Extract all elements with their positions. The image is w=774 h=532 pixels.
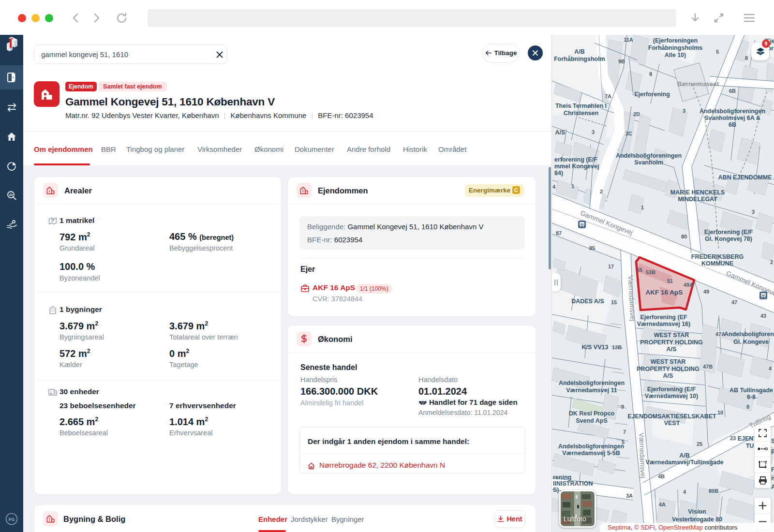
svg-text:K/S VV13: K/S VV13 bbox=[582, 344, 609, 351]
svg-text:3: 3 bbox=[592, 129, 595, 135]
svg-text:85: 85 bbox=[589, 245, 595, 251]
svg-text:3A: 3A bbox=[626, 493, 633, 499]
svg-text:DADES A/S: DADES A/S bbox=[571, 298, 604, 305]
svg-text:55: 55 bbox=[637, 267, 642, 273]
svg-text:pS: pS bbox=[771, 447, 774, 454]
svg-text:Forhåbningsholms: Forhåbningsholms bbox=[648, 44, 703, 51]
svg-text:Værnedamsvej 11: Værnedamsvej 11 bbox=[566, 387, 617, 394]
svg-text:11A: 11A bbox=[624, 37, 633, 43]
svg-text:8: 8 bbox=[649, 71, 652, 77]
svg-text:SG: SG bbox=[771, 438, 774, 444]
svg-text:49A: 49A bbox=[684, 282, 693, 288]
svg-text:15: 15 bbox=[611, 299, 617, 305]
svg-text:WEST STAR: WEST STAR bbox=[651, 358, 686, 365]
svg-text:6B: 6B bbox=[729, 121, 736, 128]
svg-text:3: 3 bbox=[752, 209, 755, 215]
svg-text:1: 1 bbox=[641, 205, 644, 210]
svg-text:(Ejerforeningen: (Ejerforeningen bbox=[653, 37, 698, 44]
svg-text:80: 80 bbox=[681, 234, 687, 239]
svg-text:A/: A/ bbox=[771, 484, 774, 490]
svg-text:Svanholmsvej 6A &: Svanholmsvej 6A & bbox=[704, 115, 760, 121]
svg-text:6-8: 6-8 bbox=[747, 394, 756, 400]
svg-text:Vesterbrogade 80: Vesterbrogade 80 bbox=[672, 516, 722, 523]
svg-text:23: 23 bbox=[730, 435, 736, 441]
svg-text:mmel Kongevej: mmel Kongevej bbox=[554, 163, 599, 170]
svg-text:Fo: Fo bbox=[771, 466, 774, 473]
svg-text:IINISTRATION: IINISTRATION bbox=[553, 480, 593, 487]
svg-text:4B: 4B bbox=[658, 473, 665, 479]
svg-text:EJEN: EJEN bbox=[738, 435, 754, 442]
svg-text:Værnedamsvej: Værnedamsvej bbox=[638, 432, 647, 478]
svg-text:80B: 80B bbox=[709, 488, 718, 494]
svg-text:DK Resi Propco: DK Resi Propco bbox=[569, 410, 615, 417]
svg-text:47A: 47A bbox=[715, 331, 725, 337]
svg-text:25: 25 bbox=[697, 441, 702, 447]
svg-text:2: 2 bbox=[600, 189, 603, 194]
svg-text:7A: 7A bbox=[605, 93, 611, 99]
svg-text:A/B: A/B bbox=[574, 48, 585, 55]
svg-text:8: 8 bbox=[745, 55, 748, 61]
svg-text:Alle 10): Alle 10) bbox=[665, 52, 686, 59]
svg-text:2D: 2D bbox=[633, 111, 640, 117]
svg-text:AKF 16 ApS: AKF 16 ApS bbox=[646, 289, 683, 296]
svg-text:87: 87 bbox=[556, 230, 562, 236]
svg-text:A/S: A/S bbox=[555, 129, 566, 136]
svg-text:43: 43 bbox=[760, 313, 766, 319]
svg-text:5: 5 bbox=[622, 439, 625, 445]
svg-text:3: 3 bbox=[683, 108, 685, 114]
svg-text:Ejerforening (EF: Ejerforening (EF bbox=[640, 314, 687, 321]
svg-text:FG: FG bbox=[9, 517, 15, 522]
svg-text:TU: TU bbox=[746, 443, 754, 449]
svg-text:4: 4 bbox=[683, 489, 686, 495]
svg-text:Ejerforening (E/F: Ejerforening (E/F bbox=[647, 386, 696, 393]
svg-text:Svanholm: Svanholm bbox=[634, 159, 663, 166]
svg-text:A/B: A/B bbox=[679, 452, 690, 459]
svg-text:Andelsboligforeningen: Andelsboligforeningen bbox=[559, 380, 625, 386]
svg-text:MINDELEGAT: MINDELEGAT bbox=[678, 196, 717, 203]
svg-text:Værnedamsvej/Tullinsgade: Værnedamsvej/Tullinsgade bbox=[646, 459, 724, 466]
svg-text:Theis Termøhlen I: Theis Termøhlen I bbox=[555, 103, 607, 109]
svg-text:Ejerforening: Ejerforening bbox=[634, 91, 670, 98]
svg-text:ng: ng bbox=[771, 475, 774, 482]
svg-text:49: 49 bbox=[703, 289, 709, 295]
svg-text:10: 10 bbox=[717, 410, 723, 415]
svg-text:51: 51 bbox=[667, 278, 673, 284]
svg-text:KOMMUNE: KOMMUNE bbox=[701, 260, 733, 267]
svg-text:Værnedamsvej 5-5B: Værnedamsvej 5-5B bbox=[562, 450, 620, 457]
svg-text:4: 4 bbox=[552, 184, 556, 190]
svg-text:Svend ApS: Svend ApS bbox=[576, 417, 608, 424]
svg-text:A/S: A/S bbox=[667, 346, 677, 353]
svg-text:PROPERTY HOLDING: PROPERTY HOLDING bbox=[640, 339, 703, 346]
svg-text:7: 7 bbox=[623, 429, 626, 435]
svg-text:Værnedamsvej 16): Værnedamsvej 16) bbox=[637, 321, 690, 327]
svg-text:4: 4 bbox=[769, 366, 772, 371]
svg-text:5: 5 bbox=[716, 49, 719, 55]
svg-text:WEST STAR: WEST STAR bbox=[654, 332, 689, 339]
svg-text:53B: 53B bbox=[646, 269, 655, 275]
svg-text:A/S: A/S bbox=[663, 372, 673, 379]
svg-text:Andelsboligforeningen: Andelsboligforeningen bbox=[700, 108, 765, 115]
svg-text:PROPERTY HOLDING: PROPERTY HOLDING bbox=[637, 366, 700, 372]
svg-text:9B: 9B bbox=[618, 59, 625, 64]
svg-text:Vision: Vision bbox=[688, 508, 706, 515]
svg-text:2C: 2C bbox=[625, 131, 632, 136]
svg-text:13B: 13B bbox=[612, 344, 622, 350]
svg-text:Gl. Kongeve: Gl. Kongeve bbox=[733, 339, 769, 345]
svg-text:Værnedamsvej 10): Værnedamsvej 10) bbox=[645, 393, 698, 399]
svg-text:erforening (E/F: erforening (E/F bbox=[554, 156, 597, 163]
svg-text:Forhåbningsholm: Forhåbningsholm bbox=[554, 56, 605, 62]
svg-text:8: 8 bbox=[746, 404, 749, 410]
svg-text:Børnemuseet: Børnemuseet bbox=[677, 80, 719, 88]
svg-text:17: 17 bbox=[608, 264, 614, 269]
svg-text:Andelsboligforeningen: Andelsboligforeningen bbox=[616, 152, 682, 159]
svg-text:FREDERIKSBERG: FREDERIKSBERG bbox=[691, 253, 744, 260]
svg-text:EJENDOMSAKTIESELSKABET: EJENDOMSAKTIESELSKABET bbox=[627, 413, 716, 420]
svg-text:Ejerforening (E/F: Ejerforening (E/F bbox=[704, 229, 753, 236]
svg-text:47B: 47B bbox=[703, 364, 713, 369]
svg-text:4A: 4A bbox=[659, 502, 666, 507]
svg-text:6B: 6B bbox=[729, 88, 736, 94]
svg-text:Andelsboligforeningen: Andelsboligforeningen bbox=[558, 443, 624, 450]
svg-text:S): S) bbox=[553, 487, 559, 493]
svg-text:9: 9 bbox=[621, 404, 624, 410]
svg-text:1: 1 bbox=[571, 183, 574, 189]
